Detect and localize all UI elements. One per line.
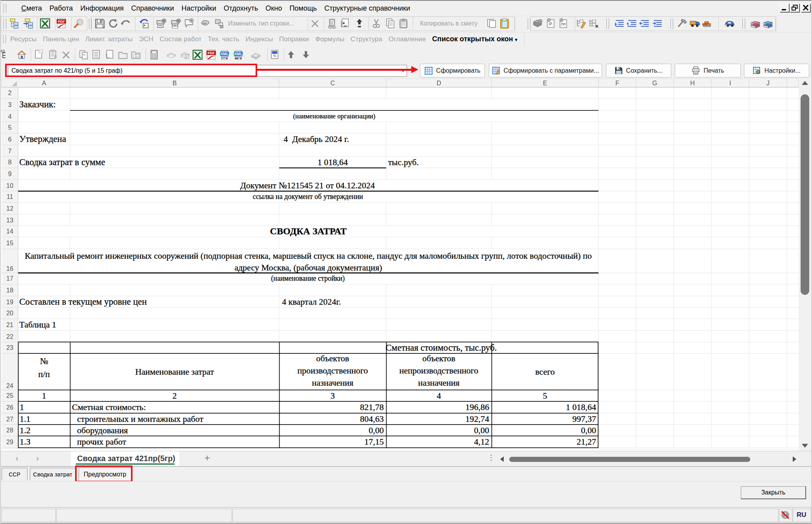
svg-text:22: 22 (6, 333, 13, 340)
svg-text:18: 18 (6, 287, 13, 294)
svg-text:PDF: PDF (208, 51, 215, 55)
svg-text:28: 28 (6, 427, 13, 434)
svg-text:H: H (690, 80, 695, 86)
svg-text:F: F (615, 80, 619, 86)
svg-text:3: 3 (8, 101, 12, 108)
svg-text:29: 29 (6, 439, 13, 445)
svg-text:I: I (729, 80, 731, 86)
svg-text:8: 8 (8, 159, 12, 165)
svg-text:20: 20 (6, 310, 13, 316)
svg-text:A: A (42, 80, 46, 86)
svg-text:27: 27 (6, 416, 13, 423)
svg-text:17: 17 (6, 275, 13, 282)
svg-text:%: % (273, 54, 276, 58)
svg-text:XML: XML (234, 52, 243, 56)
svg-text:11: 11 (7, 193, 13, 200)
svg-text:9: 9 (8, 171, 12, 177)
svg-text:Σ: Σ (135, 54, 137, 58)
svg-text:D: D (436, 80, 441, 86)
svg-text:16: 16 (6, 265, 13, 272)
svg-text:P: P (549, 22, 552, 26)
svg-text:13: 13 (6, 217, 13, 224)
svg-text:E: E (543, 80, 547, 86)
svg-text:26: 26 (6, 404, 13, 411)
svg-text:B: B (173, 80, 177, 86)
svg-text:23: 23 (6, 344, 13, 351)
svg-text:J: J (766, 80, 770, 86)
svg-text:10: 10 (6, 182, 13, 189)
svg-text:XML: XML (221, 52, 229, 56)
svg-text:ПР: ПР (561, 22, 565, 26)
svg-text:25: 25 (6, 392, 13, 399)
svg-text:6: 6 (8, 136, 12, 143)
svg-text:C: C (330, 80, 335, 86)
svg-text:15: 15 (6, 240, 13, 246)
svg-text:7: 7 (8, 148, 12, 154)
svg-text:МГЭ: МГЭ (235, 57, 242, 60)
svg-text:12: 12 (6, 205, 13, 212)
svg-text:PDF: PDF (58, 20, 65, 24)
svg-text:ГГЭ: ГГЭ (222, 57, 228, 60)
svg-text:F: F (186, 55, 188, 59)
svg-text:5: 5 (8, 124, 12, 131)
svg-text:%: % (83, 53, 85, 57)
svg-text:21: 21 (6, 322, 13, 328)
svg-text:19: 19 (6, 299, 13, 305)
svg-text:G: G (652, 80, 657, 86)
svg-text:14: 14 (6, 228, 13, 235)
svg-text:2: 2 (8, 90, 12, 96)
svg-text:24: 24 (6, 382, 13, 389)
svg-text:4: 4 (8, 113, 12, 120)
